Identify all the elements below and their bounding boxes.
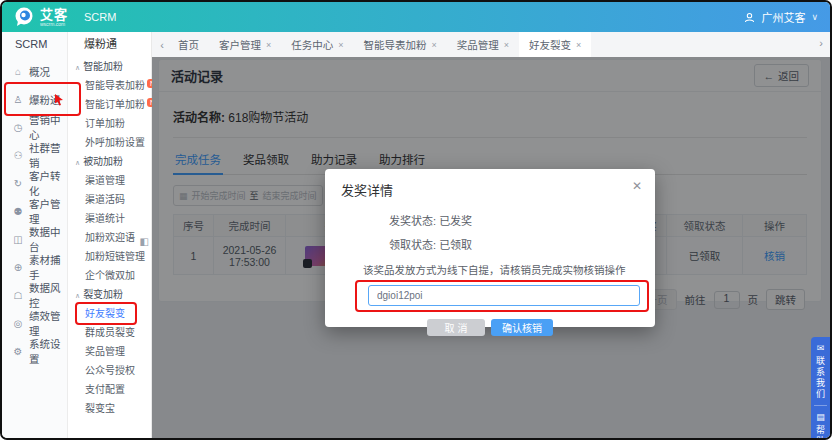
modal-note: 该奖品发放方式为线下自提，请核销员完成实物核销操作 [363, 262, 655, 277]
modal-title: 发奖详情 [325, 169, 655, 199]
tabs-scroll-left-icon[interactable]: ‹ [156, 39, 168, 51]
tab-label: 奖品管理 [457, 37, 499, 52]
submenu-item-official-account-auth[interactable]: 公众号授权 [68, 361, 151, 380]
sidebar-item-label: 营销中心 [29, 112, 67, 142]
submenu-item-payment-config[interactable]: 支付配置 [68, 380, 151, 399]
close-icon[interactable]: × [432, 40, 437, 50]
sidebar-item-label: 数据风控 [29, 280, 67, 310]
product-name: SCRM [84, 11, 116, 23]
page-content: 活动记录 ← 返回 活动名称: 618购物节活动 完成任务 [152, 57, 830, 438]
chat-icon: ✉ [817, 343, 825, 353]
sidebar-item-customer-management[interactable]: ⚉ 客户管理 [2, 197, 67, 225]
submenu-item-label: 渠道管理 [85, 175, 125, 186]
account-avatar-icon [744, 12, 755, 23]
claim-status-row: 领取状态: 已领取 [389, 236, 655, 252]
secondary-sidebar: 爆粉通 ∧智能加粉 智能导表加粉New 智能订单加粉New 订单加粉 外呼加粉设… [68, 32, 152, 438]
floating-side-buttons: ✉ 联系我们 ▤ 帮助文档 [811, 337, 830, 440]
submenu-item-channel-qrcode[interactable]: 渠道活码 [68, 190, 151, 209]
sidebar-item-marketing-center[interactable]: ◷ 营销中心 [2, 113, 67, 141]
data-icon: ◫ [12, 234, 24, 245]
submenu-item-prize-management[interactable]: 奖品管理 [68, 342, 151, 361]
submenu-item-label: 外呼加粉设置 [85, 137, 145, 148]
sidebar-item-label: 绩效管理 [29, 308, 67, 338]
submenu-item-label: 加粉短链管理 [85, 251, 145, 262]
confirm-verify-button[interactable]: 确认核销 [491, 319, 553, 336]
modal-close-icon[interactable]: ✕ [632, 179, 642, 193]
caret-up-icon: ∧ [75, 159, 80, 166]
sidebar-item-label: 客户转化 [29, 168, 67, 198]
submenu-title: 爆粉通 [68, 32, 151, 57]
sidebar-item-community-marketing[interactable]: ⚇ 社群营销 [2, 141, 67, 169]
aike-logo[interactable]: 艾客 wscrm.com [14, 7, 68, 27]
submenu-item-welcome-message[interactable]: 加粉欢迎语◧ [68, 228, 151, 247]
submenu-group-smart-add[interactable]: ∧智能加粉 [68, 57, 151, 76]
sidebar-item-label: 概况 [29, 64, 50, 79]
submenu-item-label: 奖品管理 [85, 346, 125, 357]
close-icon[interactable]: × [338, 40, 343, 50]
close-icon[interactable]: × [266, 40, 271, 50]
submenu-group-label: 智能加粉 [83, 61, 123, 72]
close-icon[interactable]: × [504, 40, 509, 50]
tab-customer-management[interactable]: 客户管理× [209, 32, 281, 57]
tab-smart-import-add[interactable]: 智能导表加粉× [354, 32, 447, 57]
submenu-item-label: 渠道统计 [85, 213, 125, 224]
tab-label: 客户管理 [219, 37, 261, 52]
contact-us-button[interactable]: ✉ 联系我们 [814, 337, 827, 405]
primary-sidebar: SCRM ⌂ 概况 ♙ 爆粉通 ◷ 营销中心 ⚇ 社群营销 [2, 32, 68, 438]
sidebar-item-overview[interactable]: ⌂ 概况 [2, 57, 67, 85]
home-icon: ⌂ [12, 66, 24, 77]
submenu-item-channel-stats[interactable]: 渠道统计 [68, 209, 151, 228]
submenu-item-label: 企个微双加 [85, 270, 135, 281]
submenu-item-label: 群成员裂变 [85, 327, 135, 338]
sidebar-item-system-settings[interactable]: ⚙ 系统设置 [2, 337, 67, 365]
brand-domain: wscrm.com [40, 22, 68, 27]
submenu-item-label: 智能导表加粉 [85, 80, 145, 91]
sidebar-item-customer-conversion[interactable]: ↻ 客户转化 [2, 169, 67, 197]
submenu-item-smart-import-add[interactable]: 智能导表加粉New [68, 76, 151, 95]
sidebar-item-data-platform[interactable]: ◫ 数据中台 [2, 225, 67, 253]
submenu-item-dual-add[interactable]: 企个微双加 [68, 266, 151, 285]
sidebar-item-performance[interactable]: ◎ 绩效管理 [2, 309, 67, 337]
award-status-label: 发奖状态: [389, 215, 436, 227]
submenu-item-label: 加粉欢迎语 [85, 232, 135, 243]
award-status-value: 已发奖 [439, 215, 472, 227]
submenu-item-label: 订单加粉 [85, 118, 125, 129]
document-icon: ▤ [816, 412, 825, 422]
clock-icon: ◷ [12, 122, 24, 133]
sidebar-item-label: 社群营销 [29, 140, 67, 170]
customer-icon: ⚉ [12, 206, 24, 217]
tab-prize-management[interactable]: 奖品管理× [447, 32, 519, 57]
account-name[interactable]: 广州艾客 [761, 9, 805, 25]
submenu-item-callout-settings[interactable]: 外呼加粉设置 [68, 133, 151, 152]
close-icon[interactable]: × [576, 40, 581, 50]
chevron-down-icon[interactable]: ∨ [811, 12, 818, 22]
help-docs-button[interactable]: ▤ 帮助文档 [814, 406, 827, 440]
tab-task-center[interactable]: 任务中心× [281, 32, 353, 57]
submenu-item-shortlink-management[interactable]: 加粉短链管理 [68, 247, 151, 266]
submenu-item-group-member-fission[interactable]: 群成员裂变 [68, 323, 151, 342]
sidebar-item-label: 素材捕手 [29, 252, 67, 282]
sidebar-item-material-catcher[interactable]: ⊕ 素材捕手 [2, 253, 67, 281]
submenu-group-fission-add[interactable]: ∧裂变加粉 [68, 285, 151, 304]
submenu-item-smart-order-add[interactable]: 智能订单加粉New [68, 95, 151, 114]
verification-code-input[interactable] [368, 285, 640, 306]
tabs-scroll-right-icon[interactable]: › [815, 37, 827, 49]
submenu-group-passive-add[interactable]: ∧被动加粉 [68, 152, 151, 171]
sidebar-item-baofentong[interactable]: ♙ 爆粉通 [2, 85, 67, 113]
sidebar-item-risk-control[interactable]: ☖ 数据风控 [2, 281, 67, 309]
submenu-item-label: 渠道活码 [85, 194, 125, 205]
award-status-row: 发奖状态: 已发奖 [389, 212, 655, 228]
submenu-item-fission-treasure[interactable]: 裂变宝 [68, 399, 151, 418]
tab-friend-fission[interactable]: 好友裂变× [519, 32, 591, 57]
logo-bubble-icon [14, 7, 34, 27]
cancel-button[interactable]: 取 消 [427, 319, 485, 336]
tab-home[interactable]: 首页 [168, 32, 209, 57]
convert-icon: ↻ [12, 178, 24, 189]
submenu-item-channel-management[interactable]: 渠道管理 [68, 171, 151, 190]
submenu-group-label: 被动加粉 [83, 156, 123, 167]
submenu-item-friend-fission[interactable]: 好友裂变 [68, 304, 151, 323]
material-icon: ⊕ [12, 262, 24, 273]
tab-label: 好友裂变 [529, 37, 571, 52]
claim-status-label: 领取状态: [389, 239, 436, 251]
submenu-item-order-add[interactable]: 订单加粉 [68, 114, 151, 133]
